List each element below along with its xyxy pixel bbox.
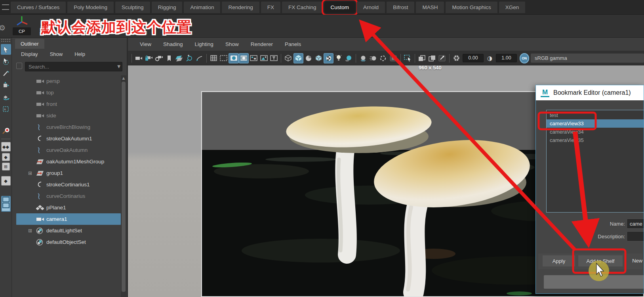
camera-lock-icon[interactable] — [144, 54, 153, 63]
toolbox-grip-icon[interactable] — [1, 38, 11, 42]
safe-title-icon[interactable] — [269, 54, 278, 63]
ao-icon[interactable] — [358, 54, 368, 63]
layer-merge-icon[interactable] — [427, 54, 436, 63]
shelf-grip-icon[interactable] — [2, 4, 9, 10]
shelf-item-cp[interactable]: CP — [13, 15, 31, 36]
image-plane-icon[interactable] — [175, 54, 184, 63]
exposure-field[interactable]: 0.00 — [463, 54, 484, 62]
menu-view[interactable]: View — [140, 41, 151, 47]
tab-arnold[interactable]: Arnold — [357, 2, 385, 13]
outliner-item-front[interactable]: front — [16, 98, 121, 110]
paint-select-tool-icon[interactable] — [1, 68, 11, 79]
dialog-bottom-button[interactable] — [544, 275, 644, 289]
bookmark-item-cameraview35[interactable]: cameraView35 — [547, 136, 644, 144]
tab-mash[interactable]: MASH — [416, 2, 444, 13]
menu-renderer[interactable]: Renderer — [251, 41, 273, 47]
tab-poly-modeling[interactable]: Poly Modeling — [67, 2, 114, 13]
marquee-tool-icon[interactable]: n — [1, 103, 11, 114]
multisample-icon[interactable] — [379, 54, 388, 63]
outliner-tab[interactable]: Outliner — [15, 39, 44, 49]
tab-fx[interactable]: FX — [261, 2, 280, 13]
color-space-dropdown[interactable]: sRGB gamma — [531, 54, 644, 63]
tab-rendering[interactable]: Rendering — [222, 2, 259, 13]
color-picker-icon[interactable] — [438, 54, 447, 63]
menu-help[interactable]: Help — [71, 50, 88, 58]
object-select-icon[interactable] — [403, 54, 412, 63]
field-chart-icon[interactable] — [249, 54, 258, 63]
tab-animation[interactable]: Animation — [184, 2, 220, 13]
filter-icon[interactable] — [16, 63, 22, 69]
move-tool-icon[interactable] — [1, 80, 11, 90]
select-tool-icon[interactable] — [1, 44, 11, 55]
resolution-gate-icon[interactable] — [229, 54, 238, 63]
draw-region-icon[interactable] — [194, 54, 204, 63]
outliner-item-defaultobjectset[interactable]: defaultObjectSet — [16, 236, 121, 248]
wireframe-on-shaded-icon[interactable] — [314, 54, 323, 63]
scrollbar-thumb[interactable] — [122, 82, 126, 292]
bookmark-icon[interactable] — [164, 54, 173, 63]
outliner-item-curveoakautumn[interactable]: curveOakAutumn — [16, 144, 121, 156]
layout-single-pane-icon[interactable]: ◆◆ — [1, 142, 11, 151]
view-transform-toggle[interactable]: ON — [520, 53, 529, 63]
expand-icon[interactable]: ⊞ — [28, 171, 36, 176]
tab-rigging[interactable]: Rigging — [152, 2, 183, 13]
description-field[interactable] — [627, 232, 644, 241]
bookmark-item-test[interactable]: test — [547, 111, 644, 119]
apply-button[interactable]: Apply — [542, 255, 575, 267]
zoom-region-icon[interactable] — [185, 54, 194, 63]
menu-show[interactable]: Show — [225, 41, 239, 47]
isolate-select-icon[interactable] — [389, 54, 398, 63]
tab-bifrost[interactable]: Bifrost — [387, 2, 414, 13]
outliner-scrollbar[interactable]: ▲ — [121, 75, 126, 297]
tab-motion-graphics[interactable]: Motion Graphics — [446, 2, 497, 13]
safe-action-icon[interactable] — [259, 54, 269, 63]
wireframe-icon[interactable] — [284, 54, 293, 63]
smooth-shade-icon[interactable] — [294, 54, 303, 63]
tab-xgen[interactable]: XGen — [499, 2, 526, 13]
lasso-select-tool-icon[interactable] — [1, 56, 11, 67]
outliner-item-top[interactable]: top — [16, 87, 121, 98]
exposure-icon[interactable] — [452, 54, 461, 63]
gamma-field[interactable]: 1.00 — [496, 54, 517, 62]
lights-icon[interactable] — [334, 54, 343, 63]
flat-shade-icon[interactable] — [304, 54, 313, 63]
tab-curves-surfaces[interactable]: Curves / Surfaces — [11, 2, 66, 13]
outliner-item-defaultlightset[interactable]: ⊞defaultLightSet — [16, 225, 121, 236]
grid-icon[interactable] — [209, 54, 218, 63]
add-to-shelf-button[interactable]: Add to Shelf — [578, 255, 623, 267]
gear-icon[interactable]: ⚙ — [0, 23, 6, 32]
outliner-item-pplane1[interactable]: pPlane1 — [16, 202, 121, 213]
search-input[interactable] — [25, 62, 122, 71]
expand-icon[interactable]: ⊞ — [28, 228, 36, 234]
outliner-item-curvecortinarius[interactable]: curveCortinarius — [16, 190, 121, 202]
outliner-item-strokeoakautumn1[interactable]: strokeOakAutumn1 — [16, 133, 121, 144]
contrast-icon[interactable]: ◑ — [485, 54, 494, 63]
outliner-item-strokecortinarius1[interactable]: strokeCortinarius1 — [16, 179, 121, 190]
new-bookmark-button[interactable]: New Bo — [625, 255, 644, 267]
textured-icon[interactable] — [324, 54, 333, 63]
menu-lighting[interactable]: Lighting — [195, 41, 213, 47]
layer-override-icon[interactable] — [417, 54, 427, 63]
rotate-tool-icon[interactable] — [1, 92, 11, 102]
layout-add-icon[interactable]: ⊞ — [2, 163, 10, 171]
layout-outliner-persp-icon[interactable] — [1, 196, 11, 212]
dialog-title-bar[interactable]: M Bookmark Editor (camera1) — [536, 85, 644, 100]
outliner-item-curvebirchblowing[interactable]: curveBirchBlowing — [16, 121, 121, 133]
gate-mask-icon[interactable] — [239, 54, 248, 63]
layout-two-pane-icon[interactable]: ◆ — [1, 176, 11, 186]
tab-sculpting[interactable]: Sculpting — [115, 2, 150, 13]
shadows-icon[interactable] — [344, 54, 353, 63]
tab-custom[interactable]: Custom — [324, 2, 356, 13]
motion-blur-icon[interactable] — [368, 54, 377, 63]
layout-pane-icon[interactable]: ◆ — [2, 153, 10, 161]
film-gate-icon[interactable] — [219, 54, 228, 63]
scroll-up-icon[interactable]: ▲ — [121, 75, 126, 80]
menu-panels[interactable]: Panels — [285, 41, 301, 47]
menu-shading[interactable]: Shading — [163, 41, 183, 47]
tab-fx-caching[interactable]: FX Caching — [282, 2, 323, 13]
camera-icon[interactable] — [134, 54, 143, 63]
outliner-item-group1[interactable]: ⊞group1 — [16, 167, 121, 179]
camera-attributes-icon[interactable] — [154, 54, 164, 63]
outliner-item-oakautumn1meshgroup[interactable]: oakAutumn1MeshGroup — [16, 156, 121, 167]
outliner-item-side[interactable]: side — [16, 110, 121, 121]
